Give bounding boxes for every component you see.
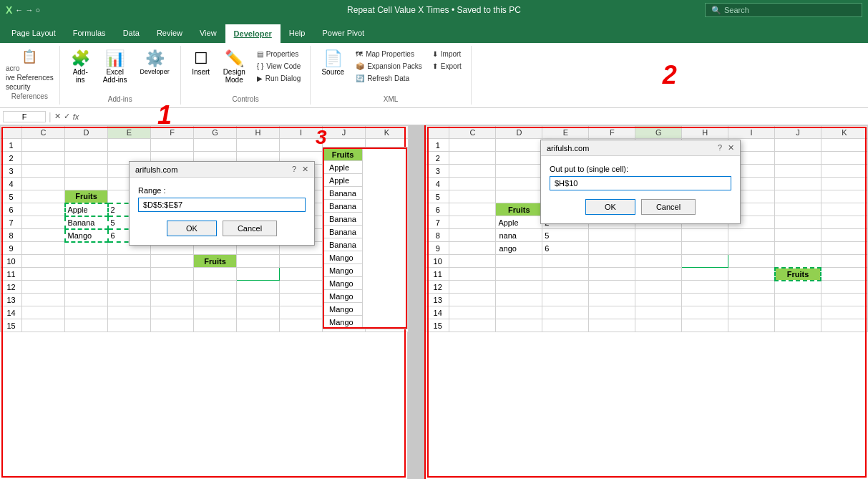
cell-i10[interactable] — [280, 255, 323, 268]
right-k4[interactable] — [821, 178, 867, 190]
right-g15[interactable] — [635, 319, 682, 332]
right-k3[interactable] — [821, 165, 867, 178]
search-input[interactable] — [724, 6, 853, 14]
right-e8[interactable]: 5 — [542, 229, 589, 242]
right-i8[interactable] — [728, 229, 775, 242]
right-e13[interactable] — [542, 294, 589, 306]
cell-d4[interactable] — [65, 178, 108, 190]
cell-c13[interactable] — [22, 294, 65, 306]
cell-c4[interactable] — [22, 178, 65, 190]
cell-i11[interactable] — [280, 268, 323, 281]
right-d2[interactable] — [496, 152, 542, 165]
cell-c7[interactable] — [22, 216, 65, 229]
confirm-formula-icon[interactable]: ✓ — [64, 112, 70, 121]
view-code-btn[interactable]: { } View Code — [253, 61, 305, 72]
right-f14[interactable] — [589, 306, 635, 319]
design-mode-btn[interactable]: ✏️ DesignMode — [218, 49, 250, 86]
right-k11[interactable] — [821, 268, 867, 281]
formula-input[interactable] — [82, 112, 865, 121]
right-i9[interactable] — [728, 242, 775, 255]
right-k6[interactable] — [821, 203, 867, 216]
export-btn[interactable]: ⬆ Export — [429, 61, 465, 72]
right-c10[interactable] — [449, 255, 496, 268]
step3-cell-mango5[interactable]: Mango — [323, 303, 363, 316]
cell-c10[interactable] — [22, 255, 65, 268]
cell-i15[interactable] — [280, 319, 323, 332]
run-dialog-btn[interactable]: ▶ Run Dialog — [253, 73, 305, 84]
right-d14[interactable] — [496, 306, 542, 319]
step1-ok-button[interactable]: OK — [167, 221, 217, 236]
cell-h15[interactable] — [237, 319, 280, 332]
right-c7[interactable] — [449, 216, 496, 229]
right-e12[interactable] — [542, 281, 589, 294]
right-d1[interactable] — [496, 139, 542, 152]
cell-d15[interactable] — [65, 319, 108, 332]
cell-c12[interactable] — [22, 281, 65, 294]
cell-h10[interactable] — [237, 255, 280, 268]
step3-cell-mango1[interactable]: Mango — [323, 251, 363, 264]
addins-btn[interactable]: 🧩 Add-ins — [66, 49, 95, 86]
properties-btn[interactable]: ▤ Properties — [253, 49, 305, 59]
right-j15[interactable] — [775, 319, 821, 332]
cell-h14[interactable] — [237, 306, 280, 319]
right-j12[interactable] — [775, 281, 821, 294]
step2-help-icon[interactable]: ? — [718, 143, 722, 153]
step3-cell-mango4[interactable]: Mango — [323, 290, 363, 303]
cell-c2[interactable] — [22, 152, 65, 165]
step3-cell-apple1[interactable]: Apple — [323, 161, 363, 174]
cell-g12[interactable] — [194, 281, 237, 294]
right-e11[interactable] — [542, 268, 589, 281]
insert-function-icon[interactable]: fx — [73, 112, 79, 121]
tab-view[interactable]: View — [191, 23, 225, 43]
cell-e11[interactable] — [108, 268, 151, 281]
right-d9-mango[interactable]: ango — [496, 242, 542, 255]
cell-i14[interactable] — [280, 306, 323, 319]
cell-c8[interactable] — [22, 229, 65, 242]
right-h14[interactable] — [682, 306, 728, 319]
right-d3[interactable] — [496, 165, 542, 178]
tab-data[interactable]: Data — [114, 23, 148, 43]
right-c2[interactable] — [449, 152, 496, 165]
right-h8[interactable] — [682, 229, 728, 242]
cancel-formula-icon[interactable]: ✕ — [54, 112, 61, 121]
right-i12[interactable] — [728, 281, 775, 294]
right-g12[interactable] — [635, 281, 682, 294]
cell-c5[interactable] — [22, 190, 65, 203]
right-i15[interactable] — [728, 319, 775, 332]
right-k5[interactable] — [821, 190, 867, 203]
right-e9[interactable]: 6 — [542, 242, 589, 255]
right-c13[interactable] — [449, 294, 496, 306]
right-c14[interactable] — [449, 306, 496, 319]
cell-h1[interactable] — [237, 139, 280, 152]
step2-close-icon[interactable]: ✕ — [728, 143, 734, 153]
right-g14[interactable] — [635, 306, 682, 319]
right-j13[interactable] — [775, 294, 821, 306]
right-j3[interactable] — [775, 165, 821, 178]
cell-d12[interactable] — [65, 281, 108, 294]
right-j8[interactable] — [775, 229, 821, 242]
step1-cancel-button[interactable]: Cancel — [223, 221, 277, 236]
right-c12[interactable] — [449, 281, 496, 294]
right-e15[interactable] — [542, 319, 589, 332]
right-h12[interactable] — [682, 281, 728, 294]
visual-basic-btn[interactable]: 📋 acro — [6, 49, 54, 72]
right-g8[interactable] — [635, 229, 682, 242]
right-j7[interactable] — [775, 216, 821, 229]
cell-e13[interactable] — [108, 294, 151, 306]
right-d10[interactable] — [496, 255, 542, 268]
right-j2[interactable] — [775, 152, 821, 165]
right-j9[interactable] — [775, 242, 821, 255]
cell-c3[interactable] — [22, 165, 65, 178]
right-k14[interactable] — [821, 306, 867, 319]
cell-d14[interactable] — [65, 306, 108, 319]
cell-d10[interactable] — [65, 255, 108, 268]
cell-c14[interactable] — [22, 306, 65, 319]
right-d8-banana[interactable]: nana — [496, 229, 542, 242]
right-f9[interactable] — [589, 242, 635, 255]
cell-e1[interactable] — [108, 139, 151, 152]
right-c1[interactable] — [449, 139, 496, 152]
step3-cell-banana5[interactable]: Banana — [323, 238, 363, 251]
tab-page-layout[interactable]: Page Layout — [3, 23, 64, 43]
right-h10[interactable] — [682, 255, 728, 268]
tab-formulas[interactable]: Formulas — [64, 23, 114, 43]
